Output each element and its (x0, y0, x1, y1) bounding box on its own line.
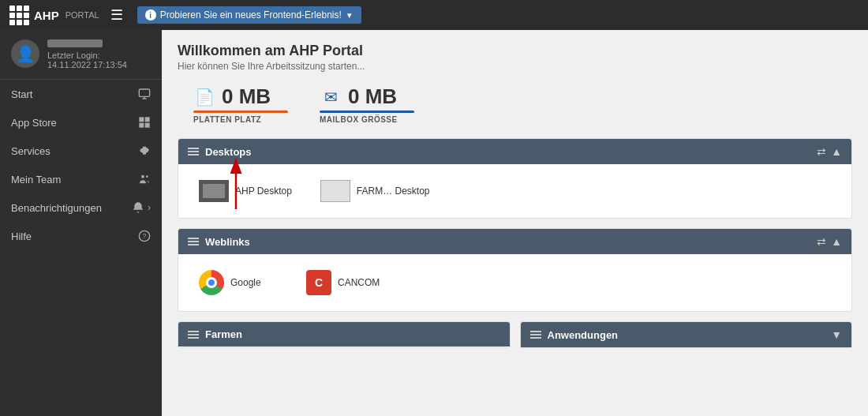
question-icon: ? (127, 230, 151, 242)
stat-platten-platz: 📄 0 MB PLATTEN PLATZ (193, 84, 288, 124)
bottom-row: Farmen Anwendungen ▼ (178, 321, 852, 348)
sidebar-item-label-services: Services (11, 145, 127, 157)
weblinks-lines-icon (188, 238, 199, 245)
desktops-body: AHP Desktop FARM… Desktop (178, 164, 851, 218)
main-content: Willkommen am AHP Portal Hier können Sie… (162, 30, 868, 416)
logo-grid (9, 6, 29, 25)
grid-icon (127, 116, 151, 129)
topbar: AHP PORTAL ☰ i Probieren Sie ein neues F… (0, 0, 868, 30)
users-icon (127, 173, 151, 186)
anwendungen-section: Anwendungen ▼ (520, 321, 853, 348)
farmen-header-left: Farmen (188, 328, 242, 340)
sidebar-item-hilfe[interactable]: Hilfe ? (0, 222, 162, 250)
weblinks-section: Weblinks ⇄ ▲ Google C (178, 228, 852, 312)
sidebar-item-label-start: Start (11, 88, 127, 100)
user-name-blur (47, 39, 103, 47)
svg-rect-5 (139, 123, 144, 128)
user-area: 👤 Letzter Login: 14.11.2022 17:13:54 (0, 30, 162, 80)
sidebar-item-label-benachrichtigungen: Benachrichtigungen (11, 202, 121, 214)
farmen-section: Farmen (178, 321, 511, 348)
sidebar-item-benachrichtigungen[interactable]: Benachrichtigungen › (0, 193, 162, 222)
mailbox-value: 0 MB (348, 84, 397, 109)
sidebar-item-start[interactable]: Start (0, 80, 162, 108)
weblinks-body: Google C CANCOM (178, 254, 851, 311)
desktops-header-icons: ⇄ ▲ (817, 145, 842, 158)
stats-row: 📄 0 MB PLATTEN PLATZ ✉ 0 MB MAILBOX GRÖS… (178, 84, 852, 124)
sidebar-item-mein-team[interactable]: Mein Team (0, 165, 162, 193)
mailbox-label: MAILBOX GRÖSSE (320, 115, 398, 124)
gear-icon (127, 144, 151, 157)
sidebar-item-label-mein-team: Mein Team (11, 174, 127, 186)
chrome-icon (199, 270, 224, 295)
sidebar: 👤 Letzter Login: 14.11.2022 17:13:54 Sta… (0, 30, 162, 416)
mailbox-icon: ✉ (320, 86, 342, 108)
farmen-lines-icon (188, 331, 199, 339)
portal-label: PORTAL (65, 10, 99, 20)
desktop-name-farm: FARM… Desktop (357, 186, 430, 197)
weblinks-collapse-icon[interactable]: ▲ (831, 235, 842, 248)
farmen-title: Farmen (205, 328, 242, 340)
avatar: 👤 (11, 39, 39, 68)
sidebar-item-label-appstore: App Store (11, 117, 127, 129)
desktops-lines-icon (188, 148, 199, 156)
user-login-label: Letzter Login: (47, 51, 127, 60)
anwendungen-collapse-icon[interactable]: ▼ (831, 328, 842, 341)
weblink-item-google[interactable]: Google (191, 265, 286, 300)
main-inner: Willkommen am AHP Portal Hier können Sie… (162, 30, 868, 361)
anwendungen-section-header: Anwendungen ▼ (521, 322, 852, 347)
svg-text:?: ? (143, 232, 147, 240)
weblinks-header-icons: ⇄ ▲ (817, 235, 842, 248)
svg-rect-0 (139, 89, 149, 96)
desktops-section-header: Desktops ⇄ ▲ (178, 139, 851, 164)
sidebar-item-services[interactable]: Services (0, 137, 162, 165)
weblinks-title: Weblinks (205, 236, 250, 248)
mailbox-bar (320, 111, 414, 113)
hamburger-icon[interactable]: ☰ (110, 6, 123, 24)
weblink-name-cancom: CANCOM (338, 277, 380, 288)
platten-platz-bar (193, 111, 288, 113)
stat-mailbox-value-row: ✉ 0 MB (320, 84, 397, 109)
desktop-thumb-farm (320, 180, 350, 202)
svg-point-7 (141, 175, 144, 178)
nav-items: Start App Store Services M (0, 80, 162, 416)
monitor-icon (127, 88, 151, 100)
chevron-right-icon: › (148, 202, 151, 213)
banner-text: Probieren Sie ein neues Frontend-Erlebni… (160, 9, 342, 21)
stat-platten-platz-value-row: 📄 0 MB (193, 84, 271, 109)
svg-rect-4 (145, 117, 150, 122)
desktop-item-farm[interactable]: FARM… Desktop (312, 175, 438, 207)
weblink-item-cancom[interactable]: C CANCOM (298, 265, 393, 300)
user-info: Letzter Login: 14.11.2022 17:13:54 (47, 39, 127, 69)
desktop-name-ahp: AHP Desktop (235, 186, 292, 197)
sidebar-item-label-hilfe: Hilfe (11, 230, 127, 242)
desktops-collapse-icon[interactable]: ▲ (831, 145, 842, 158)
platten-platz-label: PLATTEN PLATZ (193, 115, 261, 124)
weblinks-header-left: Weblinks (188, 236, 250, 248)
weblink-name-google: Google (230, 277, 261, 288)
sidebar-item-appstore[interactable]: App Store (0, 108, 162, 137)
desktops-header-left: Desktops (188, 146, 252, 158)
desktops-title: Desktops (205, 146, 252, 158)
user-date: 14.11.2022 17:13:54 (47, 60, 127, 69)
anwendungen-title: Anwendungen (548, 329, 619, 341)
weblinks-refresh-icon[interactable]: ⇄ (817, 235, 826, 248)
desktops-refresh-icon[interactable]: ⇄ (817, 145, 826, 158)
weblinks-section-header: Weblinks ⇄ ▲ (178, 229, 851, 254)
chrome-inner (206, 277, 217, 288)
platten-platz-icon: 📄 (193, 86, 215, 108)
bell-icon (121, 201, 144, 214)
info-icon: i (145, 9, 156, 21)
anwendungen-header-left: Anwendungen (530, 329, 619, 341)
svg-rect-3 (139, 117, 144, 122)
banner-button[interactable]: i Probieren Sie ein neues Frontend-Erleb… (137, 6, 361, 24)
chevron-down-icon: ▼ (346, 11, 354, 20)
cancom-icon: C (306, 270, 331, 295)
svg-rect-6 (145, 123, 150, 128)
logo-area: AHP PORTAL (9, 6, 99, 25)
desktop-item-ahp[interactable]: AHP Desktop (191, 175, 300, 207)
layout: 👤 Letzter Login: 14.11.2022 17:13:54 Sta… (0, 30, 868, 416)
stat-mailbox: ✉ 0 MB MAILBOX GRÖSSE (320, 84, 414, 124)
welcome-title: Willkommen am AHP Portal (178, 43, 852, 59)
logo-text: AHP (34, 9, 59, 22)
anwendungen-header-icons: ▼ (831, 328, 842, 341)
